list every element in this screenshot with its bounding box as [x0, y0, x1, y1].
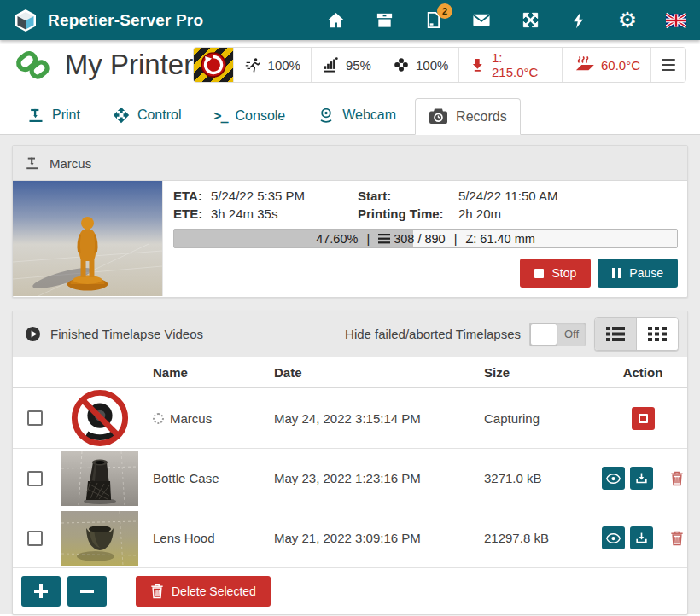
delete-video-icon[interactable]	[670, 471, 684, 486]
extruder-temp-value: 1: 215.0°C	[492, 50, 551, 79]
tab-control[interactable]: Control	[99, 96, 195, 134]
grid-view-button[interactable]	[637, 318, 678, 350]
printer-name: My Printer	[65, 49, 193, 81]
col-header-action: Action	[598, 365, 687, 380]
view-video-button[interactable]	[602, 526, 625, 549]
printer-header: My Printer 100% 95	[0, 40, 700, 88]
bolt-icon[interactable]	[569, 10, 589, 31]
heated-bed-icon	[573, 56, 595, 73]
lens-hood-thumbnail[interactable]	[61, 511, 138, 566]
webcam-tab-icon	[318, 107, 335, 124]
app-title: Repetier-Server Pro	[48, 11, 203, 30]
row-name: Marcus	[170, 411, 212, 426]
layers-icon	[378, 234, 390, 244]
progress-percent: 47.60%	[316, 232, 358, 246]
tab-console[interactable]: >_ Console	[200, 98, 299, 134]
tab-print-label: Print	[52, 108, 80, 123]
row-checkbox[interactable]	[27, 531, 43, 546]
select-all-button[interactable]	[21, 576, 61, 607]
deselect-all-button[interactable]	[67, 576, 107, 607]
timelapse-title: Finished Timelapse Videos	[50, 327, 203, 341]
plus-icon	[33, 584, 49, 599]
mail-icon[interactable]	[471, 10, 492, 31]
row-size: Capturing	[474, 411, 598, 426]
row-size: 21297.8 kB	[474, 531, 598, 545]
repetier-logo-icon[interactable]	[14, 9, 38, 32]
grid-view-icon	[648, 327, 667, 341]
ete-label: ETE:	[173, 206, 211, 221]
timelapse-table: Name Date Size Action	[13, 357, 687, 614]
download-icon	[635, 472, 648, 485]
eye-icon	[606, 473, 621, 485]
job-preview-image[interactable]	[13, 181, 163, 296]
stop-recording-button[interactable]	[632, 407, 655, 430]
eye-icon	[606, 532, 621, 544]
stop-button[interactable]: Stop	[520, 259, 591, 288]
hide-failed-toggle[interactable]: Off	[529, 323, 586, 346]
tab-console-label: Console	[236, 108, 286, 124]
view-video-button[interactable]	[602, 467, 625, 490]
tab-webcam-label: Webcam	[342, 108, 396, 123]
layer-progress: 308 / 890	[394, 232, 445, 246]
delete-selected-button[interactable]: Delete Selected	[136, 576, 271, 607]
list-view-icon	[606, 327, 625, 341]
tab-print[interactable]: Print	[14, 96, 94, 134]
language-flag-icon[interactable]	[666, 10, 686, 31]
speed-status[interactable]: 100%	[233, 48, 311, 82]
print-queue-icon[interactable]: 2	[423, 10, 443, 31]
pause-icon	[612, 268, 621, 278]
connection-link-icon	[14, 48, 51, 82]
tab-records[interactable]: Records	[415, 98, 521, 135]
job-buttons: Stop Pause	[173, 259, 678, 288]
trash-icon	[150, 584, 164, 599]
eta-value: 5/24/22 5:35 PM	[211, 189, 358, 203]
no-webcam-icon	[69, 388, 131, 448]
archive-box-icon[interactable]	[374, 10, 394, 31]
bed-temp-status[interactable]: 60.0°C	[562, 48, 650, 82]
row-checkbox[interactable]	[27, 410, 43, 426]
table-header-row: Name Date Size Action	[13, 357, 687, 388]
queue-count-badge: 2	[437, 3, 452, 19]
console-tab-icon: >_	[213, 108, 227, 124]
fan-status[interactable]: 100%	[382, 48, 458, 82]
ete-value: 3h 24m 35s	[211, 206, 358, 221]
download-video-button[interactable]	[630, 526, 653, 549]
job-printer-icon	[25, 155, 40, 171]
job-name: Marcus	[50, 156, 91, 171]
download-video-button[interactable]	[630, 467, 653, 490]
job-card-header: Marcus	[13, 146, 687, 181]
printer-menu-button[interactable]	[650, 48, 685, 82]
home-icon[interactable]	[325, 10, 346, 31]
expand-arrows-icon[interactable]	[520, 10, 540, 31]
table-row-bottle-case: Bottle Case May 23, 2022 1:23:16 PM 3271…	[13, 449, 687, 508]
records-content: Marcus	[0, 135, 700, 614]
bottle-case-thumbnail[interactable]	[61, 451, 138, 506]
bed-temp-value: 60.0°C	[601, 58, 640, 73]
printing-time-label: Printing Time:	[358, 206, 458, 221]
job-body: ETA: 5/24/22 5:35 PM Start: 5/24/22 11:5…	[13, 181, 687, 297]
hamburger-menu-icon	[662, 59, 675, 72]
fan-icon	[393, 56, 410, 73]
emergency-stop-button[interactable]	[194, 48, 232, 82]
delete-video-icon[interactable]	[670, 531, 684, 546]
view-mode-group	[594, 317, 679, 351]
speed-icon	[244, 56, 262, 74]
timelapse-card: Finished Timelapse Videos Hide failed/ab…	[12, 311, 688, 615]
row-name: Lens Hood	[153, 531, 215, 545]
timelapse-controls: Hide failed/aborted Timelapses Off	[345, 317, 679, 351]
list-view-button[interactable]	[595, 318, 637, 350]
hide-toggle-label: Hide failed/aborted Timelapses	[345, 327, 521, 341]
timelapse-header: Finished Timelapse Videos Hide failed/ab…	[13, 311, 687, 357]
progress-text: 47.60% | 308 / 890 | Z: 61.40 mm	[174, 230, 677, 247]
gear-icon[interactable]: ⚙	[617, 10, 638, 31]
pause-button[interactable]: Pause	[598, 259, 678, 288]
printer-tabs: Print Control >_ Console Webcam Records	[0, 88, 700, 135]
table-row-lens-hood: Lens Hood May 21, 2022 3:09:16 PM 21297.…	[13, 508, 687, 568]
row-checkbox[interactable]	[27, 471, 43, 486]
tab-webcam[interactable]: Webcam	[304, 96, 410, 134]
printer-status-toolbar: 100% 95% 100% 1: 215.0°C	[193, 47, 686, 83]
flow-status[interactable]: 95%	[311, 48, 382, 82]
table-row-marcus: Marcus May 24, 2022 3:15:14 PM Capturing	[13, 388, 687, 449]
extruder-temp-status[interactable]: 1: 215.0°C	[458, 48, 562, 82]
speed-value: 100%	[268, 58, 300, 73]
